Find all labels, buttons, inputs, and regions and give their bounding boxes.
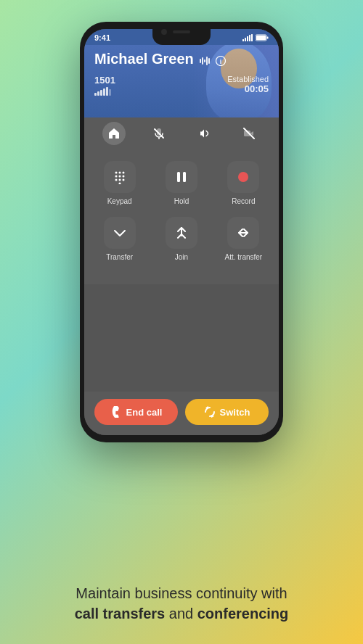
transfer-action[interactable]: Transfer — [91, 217, 147, 261]
join-label: Join — [175, 253, 188, 261]
svg-rect-4 — [251, 34, 253, 41]
svg-rect-7 — [267, 37, 269, 39]
bar3 — [100, 90, 102, 96]
svg-rect-6 — [256, 36, 266, 40]
home-button[interactable] — [102, 122, 126, 145]
svg-point-23 — [122, 176, 124, 178]
actions-grid: Keypad Hold — [91, 161, 272, 261]
svg-point-18 — [115, 172, 117, 174]
video-off-button[interactable] — [237, 122, 261, 145]
status-time: 9:41 — [94, 33, 110, 42]
svg-point-19 — [118, 172, 121, 174]
svg-rect-0 — [242, 39, 244, 41]
tagline-highlight1: call transfers — [75, 606, 166, 622]
end-call-button[interactable]: End call — [94, 399, 178, 425]
hold-label: Hold — [174, 197, 189, 205]
att-transfer-action[interactable]: Att. transfer — [216, 217, 272, 261]
phone-frame: 9:41 — [80, 22, 283, 442]
signal-bars — [94, 87, 115, 96]
call-header: Michael Green i 1501 — [84, 45, 279, 117]
bar4 — [103, 88, 105, 96]
svg-rect-28 — [177, 172, 180, 182]
keypad-action[interactable]: Keypad — [91, 161, 147, 205]
phone-screen: 9:41 — [84, 29, 279, 435]
battery-icon — [256, 34, 269, 41]
keypad-icon — [104, 161, 136, 193]
svg-point-27 — [118, 183, 121, 185]
bar1 — [94, 93, 97, 96]
speaker-button[interactable] — [192, 122, 216, 145]
keypad-label: Keypad — [107, 197, 132, 205]
hold-icon — [166, 161, 197, 193]
svg-point-25 — [118, 179, 121, 181]
svg-rect-12 — [208, 58, 210, 64]
join-action[interactable]: Join — [153, 217, 209, 261]
caller-info-row: 1501 Established 00:05 — [94, 75, 269, 96]
svg-point-24 — [115, 179, 117, 181]
caller-status: Established 00:05 — [227, 75, 269, 96]
switch-label: Switch — [220, 407, 250, 418]
svg-point-22 — [118, 176, 121, 178]
switch-button[interactable]: Switch — [185, 399, 269, 425]
svg-rect-10 — [204, 59, 205, 62]
svg-rect-3 — [249, 35, 250, 41]
actions-area: Keypad Hold — [84, 149, 279, 284]
signal-icon — [242, 34, 253, 41]
svg-rect-1 — [245, 38, 246, 41]
bar5 — [106, 87, 108, 96]
mute-button[interactable] — [147, 122, 171, 145]
bottom-buttons: End call Switch — [84, 392, 279, 435]
hold-action[interactable]: Hold — [153, 161, 209, 205]
caller-ext-block: 1501 — [94, 75, 115, 96]
svg-point-26 — [122, 179, 124, 181]
call-controls-row — [84, 117, 279, 149]
svg-point-20 — [122, 172, 124, 174]
svg-rect-9 — [202, 57, 203, 65]
tagline: Maintain business continuity with call t… — [75, 583, 289, 624]
end-call-label: End call — [126, 407, 163, 418]
equalizer-icon — [200, 56, 210, 66]
svg-rect-2 — [247, 36, 248, 41]
svg-rect-11 — [206, 57, 208, 65]
join-icon — [166, 217, 197, 249]
svg-point-21 — [115, 176, 117, 178]
status-right-icons — [242, 34, 269, 41]
att-transfer-label: Att. transfer — [224, 253, 262, 261]
caller-name: Michael Green — [94, 51, 194, 67]
tagline-highlight2: conferencing — [197, 606, 289, 622]
tagline-line1: Maintain business continuity with — [76, 585, 287, 601]
transfer-label: Transfer — [106, 253, 133, 261]
att-transfer-icon — [227, 217, 259, 249]
record-dot — [238, 172, 248, 182]
svg-rect-8 — [200, 59, 201, 63]
end-call-icon — [110, 406, 122, 418]
status-label: Established — [227, 75, 269, 83]
camera-dot — [161, 29, 167, 35]
switch-icon — [204, 406, 216, 418]
svg-rect-29 — [183, 172, 186, 182]
tagline-connector: and — [165, 606, 197, 622]
record-action[interactable]: Record — [216, 161, 272, 205]
speaker-slot — [173, 30, 190, 33]
bar2 — [97, 91, 99, 96]
record-label: Record — [232, 197, 255, 205]
transfer-icon — [104, 217, 136, 249]
call-timer: 00:05 — [227, 83, 269, 94]
record-icon — [227, 161, 259, 193]
svg-text:i: i — [219, 58, 221, 65]
info-icon[interactable]: i — [216, 56, 226, 66]
bar6 — [109, 89, 111, 96]
caller-ext-num: 1501 — [94, 75, 115, 86]
bottom-text-area: Maintain business continuity with call t… — [0, 463, 363, 644]
